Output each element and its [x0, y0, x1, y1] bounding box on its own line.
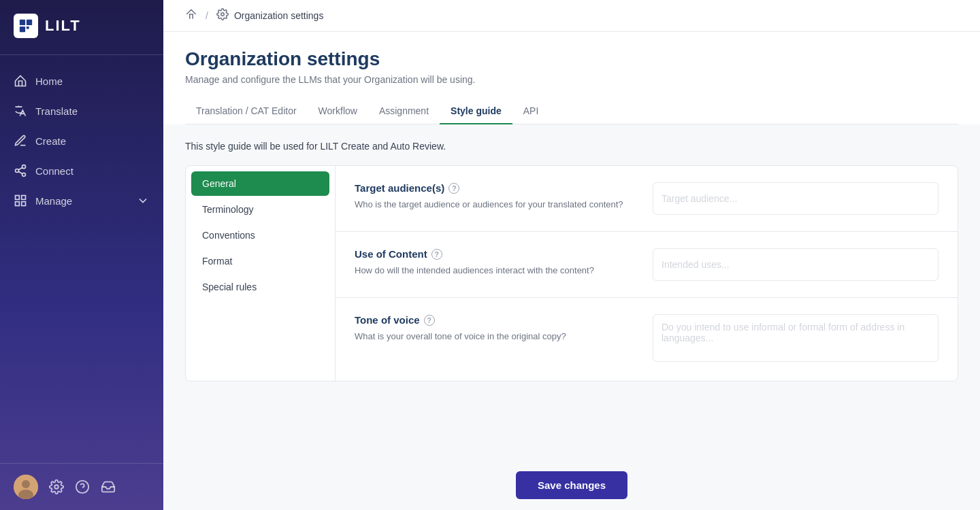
sg-content: Target audience(s) ? Who is the target a…: [336, 166, 958, 381]
svg-point-5: [16, 169, 19, 173]
svg-line-7: [18, 171, 22, 173]
sidebar-item-connect-label: Connect: [35, 165, 74, 177]
tab-cat-editor[interactable]: Translation / CAT Editor: [185, 99, 308, 124]
sidebar-nav: Home Translate Create Connect Manage: [0, 55, 163, 463]
svg-rect-11: [22, 202, 26, 206]
tabs: Translation / CAT Editor Workflow Assign…: [185, 99, 958, 124]
sg-nav-terminology[interactable]: Terminology: [191, 197, 329, 222]
target-audience-desc: Who is the target audience or audiences …: [355, 198, 636, 211]
svg-point-4: [22, 165, 26, 169]
save-area: Save changes: [163, 460, 980, 510]
content-area: This style guide will be used for LILT C…: [163, 124, 980, 460]
tone-of-voice-label: Tone of voice: [355, 314, 420, 326]
sidebar: LILT Home Translate Create Connect Manag…: [0, 0, 163, 510]
svg-rect-10: [22, 196, 26, 200]
sidebar-item-home[interactable]: Home: [0, 66, 163, 96]
sg-nav-special-rules[interactable]: Special rules: [191, 275, 329, 299]
sg-row-target-audience: Target audience(s) ? Who is the target a…: [336, 166, 958, 232]
connect-icon: [14, 164, 27, 177]
page-subtitle: Manage and configure the LLMs that your …: [185, 74, 958, 85]
sg-nav-general[interactable]: General: [191, 171, 329, 196]
svg-rect-2: [20, 27, 25, 32]
svg-point-6: [22, 173, 26, 176]
tab-api[interactable]: API: [512, 99, 550, 124]
breadcrumb-current: Organization settings: [234, 10, 324, 21]
tab-workflow[interactable]: Workflow: [308, 99, 368, 124]
target-audience-help-icon[interactable]: ?: [448, 183, 459, 194]
tab-style-guide[interactable]: Style guide: [440, 99, 512, 124]
sidebar-item-translate-label: Translate: [35, 105, 78, 117]
use-of-content-help-icon[interactable]: ?: [431, 249, 442, 260]
use-of-content-input[interactable]: [653, 248, 938, 281]
settings-icon-button[interactable]: [49, 479, 64, 494]
target-audience-input[interactable]: [653, 182, 938, 215]
home-icon: [14, 74, 27, 88]
logo: LILT: [0, 0, 163, 55]
inbox-icon-button[interactable]: [101, 479, 116, 494]
help-icon-button[interactable]: [75, 479, 90, 494]
use-of-content-label: Use of Content: [355, 248, 427, 260]
save-changes-button[interactable]: Save changes: [516, 471, 627, 499]
svg-point-19: [221, 13, 225, 16]
style-guide-note: This style guide will be used for LILT C…: [185, 141, 958, 152]
logo-icon: [14, 14, 38, 38]
style-guide-card: General Terminology Conventions Format S…: [185, 165, 958, 381]
inbox-icon: [101, 479, 116, 494]
breadcrumb-bar: / Organization settings: [163, 0, 980, 32]
main-content: / Organization settings Organization set…: [163, 0, 980, 510]
svg-line-8: [18, 167, 22, 169]
page-title: Organization settings: [185, 48, 958, 70]
avatar: [14, 475, 38, 499]
svg-point-16: [54, 485, 59, 489]
sidebar-item-manage-label: Manage: [35, 195, 72, 207]
svg-rect-1: [27, 20, 32, 25]
svg-rect-0: [20, 20, 25, 25]
translate-icon: [14, 104, 27, 118]
sidebar-item-home-label: Home: [35, 75, 63, 87]
tone-of-voice-input[interactable]: [653, 314, 938, 362]
use-of-content-desc: How do will the intended audiences inter…: [355, 264, 636, 277]
svg-rect-12: [16, 202, 20, 206]
chevron-down-icon: [136, 194, 150, 207]
sg-row-tone-of-voice: Tone of voice ? What is your overall ton…: [336, 298, 958, 381]
tone-of-voice-desc: What is your overall tone of voice in th…: [355, 330, 636, 343]
svg-point-14: [22, 480, 30, 488]
breadcrumb-separator: /: [206, 10, 208, 21]
sidebar-item-manage[interactable]: Manage: [0, 186, 163, 216]
page-header: Organization settings Manage and configu…: [163, 32, 980, 124]
create-icon: [14, 134, 27, 148]
logo-text: LILT: [45, 17, 81, 35]
sidebar-item-create[interactable]: Create: [0, 126, 163, 156]
svg-rect-9: [16, 196, 20, 200]
help-icon: [75, 479, 90, 494]
sidebar-item-connect[interactable]: Connect: [0, 156, 163, 186]
sg-nav-format[interactable]: Format: [191, 249, 329, 273]
sg-row-use-of-content: Use of Content ? How do will the intende…: [336, 232, 958, 298]
sg-nav-conventions[interactable]: Conventions: [191, 223, 329, 248]
sidebar-bottom: [0, 463, 163, 510]
tab-assignment[interactable]: Assignment: [368, 99, 440, 124]
sg-sidebar: General Terminology Conventions Format S…: [186, 166, 336, 381]
manage-icon: [14, 194, 27, 207]
target-audience-label: Target audience(s): [355, 182, 444, 194]
svg-rect-3: [27, 27, 29, 29]
tone-of-voice-help-icon[interactable]: ?: [424, 315, 435, 326]
breadcrumb-home-icon[interactable]: [185, 8, 197, 23]
sidebar-item-create-label: Create: [35, 135, 66, 147]
sidebar-item-translate[interactable]: Translate: [0, 96, 163, 126]
gear-icon: [49, 479, 64, 494]
breadcrumb-gear-icon: [216, 8, 229, 23]
